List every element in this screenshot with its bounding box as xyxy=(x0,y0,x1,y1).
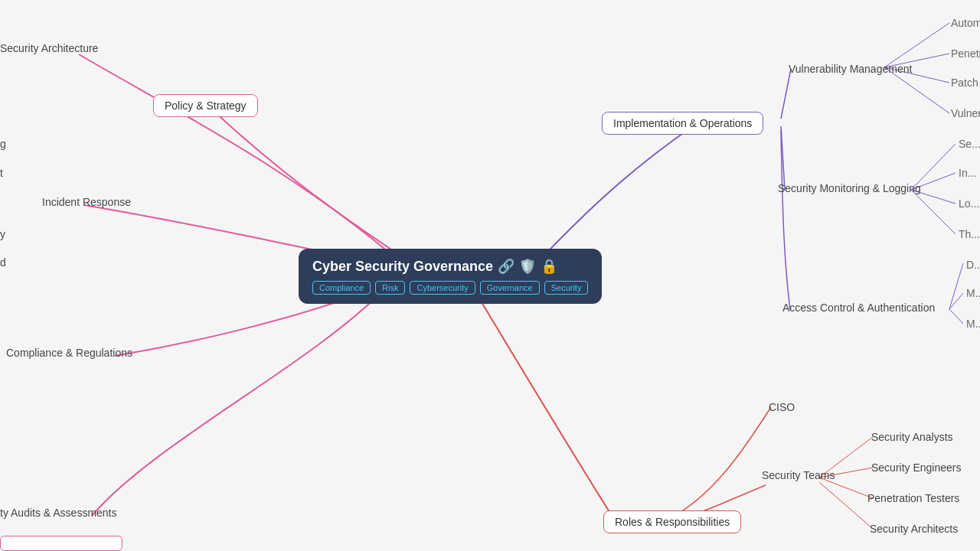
node-security-monitoring[interactable]: Security Monitoring & Logging xyxy=(778,182,921,194)
node-partial-autom: Autom... xyxy=(951,17,980,29)
node-policy-strategy[interactable]: Policy & Strategy xyxy=(153,99,258,112)
center-node-title: Cyber Security Governance 🔗 🛡️ 🔒 xyxy=(312,258,588,275)
node-partial-d2: D... xyxy=(966,259,980,271)
node-audits-box xyxy=(0,536,122,551)
node-partial-m2: M... xyxy=(966,318,980,330)
node-partial-patch: Patch xyxy=(951,77,978,89)
node-vulnerability-mgmt[interactable]: Vulnerability Management xyxy=(789,63,912,75)
tags-container: Compliance Risk Cybersecurity Governance… xyxy=(312,281,588,295)
node-roles-responsibilities[interactable]: Roles & Responsibilities xyxy=(603,516,741,528)
node-partial-g: g xyxy=(0,138,6,150)
center-title-text: Cyber Security Governance xyxy=(312,259,493,275)
tag-cybersecurity[interactable]: Cybersecurity xyxy=(410,281,475,295)
node-security-teams[interactable]: Security Teams xyxy=(762,469,835,481)
node-partial-y: y xyxy=(0,228,5,240)
mindmap-canvas: Cyber Security Governance 🔗 🛡️ 🔒 Complia… xyxy=(0,0,980,551)
tag-risk[interactable]: Risk xyxy=(375,281,405,295)
node-security-engineers[interactable]: Security Engineers xyxy=(871,461,962,474)
node-compliance-regulations[interactable]: Compliance & Regulations xyxy=(6,347,132,359)
node-security-architecture[interactable]: Security Architecture xyxy=(0,42,98,54)
link-icon: 🔗 xyxy=(498,258,514,275)
center-node[interactable]: Cyber Security Governance 🔗 🛡️ 🔒 Complia… xyxy=(299,249,602,304)
shield-icon: 🛡️ xyxy=(519,258,536,275)
lock-icon: 🔒 xyxy=(541,258,557,275)
node-partial-penetr: Penetr... xyxy=(951,47,980,60)
node-access-control[interactable]: Access Control & Authentication xyxy=(782,302,935,314)
tag-compliance[interactable]: Compliance xyxy=(312,281,371,295)
node-security-analysts[interactable]: Security Analysts xyxy=(871,431,953,443)
node-penetration-testers[interactable]: Penetration Testers xyxy=(867,492,959,504)
node-partial-se: Se... xyxy=(959,138,980,150)
node-security-audits[interactable]: ty Audits & Assessments xyxy=(0,507,117,519)
node-partial-m1: M... xyxy=(966,287,980,299)
node-implementation-ops[interactable]: Implementation & Operations xyxy=(602,117,763,129)
node-partial-in: In... xyxy=(959,167,976,179)
node-partial-lo: Lo... xyxy=(959,197,979,210)
tag-governance[interactable]: Governance xyxy=(480,281,540,295)
node-security-architects[interactable]: Security Architects xyxy=(870,523,958,535)
tag-security[interactable]: Security xyxy=(544,281,589,295)
node-partial-th: Th... xyxy=(959,228,980,240)
node-partial-d: d xyxy=(0,256,6,269)
node-partial-vulnern: Vulnern... xyxy=(951,107,980,119)
node-partial-nt: t xyxy=(0,167,3,179)
node-incident-response[interactable]: Incident Response xyxy=(42,196,131,208)
node-ciso[interactable]: CISO xyxy=(769,401,795,413)
